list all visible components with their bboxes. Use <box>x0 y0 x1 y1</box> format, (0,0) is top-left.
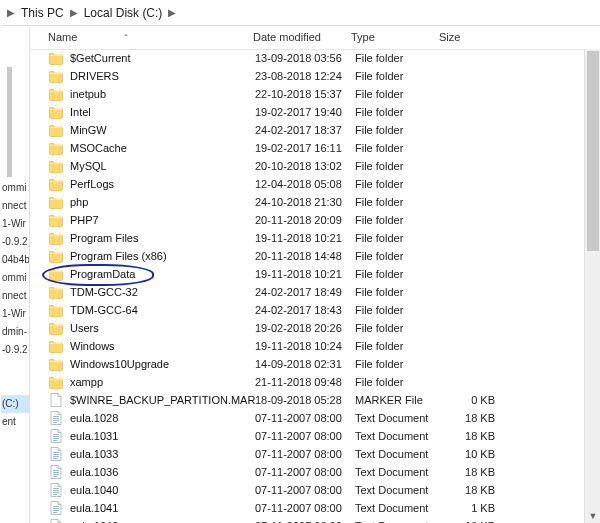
table-row[interactable]: Intel19-02-2017 19:40File folder <box>30 103 600 121</box>
column-header-size[interactable]: Size <box>439 31 497 43</box>
table-row[interactable]: eula.104007-11-2007 08:00Text Document18… <box>30 481 600 499</box>
table-row[interactable]: eula.103307-11-2007 08:00Text Document10… <box>30 445 600 463</box>
file-type: Text Document <box>355 427 441 445</box>
breadcrumb-item[interactable]: Local Disk (C:) <box>84 1 163 25</box>
file-name: eula.1041 <box>70 499 255 517</box>
file-size: 10 KB <box>441 445 499 463</box>
table-row[interactable]: MSOCache19-02-2017 16:11File folder <box>30 139 600 157</box>
navpane-item[interactable]: 1-Wir <box>1 215 29 233</box>
table-row[interactable]: Windows10Upgrade14-09-2018 02:31File fol… <box>30 355 600 373</box>
file-name: MSOCache <box>70 139 255 157</box>
navpane-item[interactable] <box>1 35 29 53</box>
navpane-item[interactable] <box>1 359 29 377</box>
scroll-down-icon[interactable]: ▼ <box>585 508 600 523</box>
file-date: 19-02-2017 16:11 <box>255 139 355 157</box>
file-name: eula.1028 <box>70 409 255 427</box>
file-name: TDM-GCC-64 <box>70 301 255 319</box>
table-row[interactable]: MySQL20-10-2018 13:02File folder <box>30 157 600 175</box>
file-date: 22-10-2018 15:37 <box>255 85 355 103</box>
folder-icon <box>48 140 64 156</box>
navpane-item[interactable]: 04b4b <box>1 251 29 269</box>
navpane-item[interactable]: ommi <box>1 179 29 197</box>
folder-icon <box>48 284 64 300</box>
column-label: Name <box>48 31 77 43</box>
file-type: Text Document <box>355 409 441 427</box>
vertical-scrollbar[interactable]: ▲ ▼ <box>584 49 600 523</box>
file-name: Program Files <box>70 229 255 247</box>
folder-icon <box>48 86 64 102</box>
table-row[interactable]: php24-10-2018 21:30File folder <box>30 193 600 211</box>
navigation-pane[interactable]: omminnect1-Wir-0.9.204b4bomminnect1-Wird… <box>1 25 30 523</box>
folder-icon <box>48 356 64 372</box>
file-date: 07-11-2007 08:00 <box>255 499 355 517</box>
navpane-item[interactable]: 1-Wir <box>1 305 29 323</box>
file-size: 18 KB <box>441 427 499 445</box>
file-size: 18 KB <box>441 481 499 499</box>
table-row[interactable]: PerfLogs12-04-2018 05:08File folder <box>30 175 600 193</box>
scrollbar-thumb[interactable] <box>587 51 599 251</box>
navpane-item[interactable]: dmin- <box>1 323 29 341</box>
file-date: 23-08-2018 12:24 <box>255 67 355 85</box>
folder-icon <box>48 50 64 66</box>
file-date: 21-11-2018 09:48 <box>255 373 355 391</box>
navpane-item[interactable]: -0.9.2 <box>1 233 29 251</box>
table-row[interactable]: Windows19-11-2018 10:24File folder <box>30 337 600 355</box>
chevron-right-icon: ▶ <box>70 1 78 25</box>
table-row[interactable]: $GetCurrent13-09-2018 03:56File folder <box>30 49 600 67</box>
table-row[interactable]: TDM-GCC-6424-02-2017 18:43File folder <box>30 301 600 319</box>
column-header-type[interactable]: Type <box>351 31 439 43</box>
navpane-item[interactable] <box>1 377 29 395</box>
column-headers: Name ˆ Date modified Type Size <box>30 25 600 50</box>
breadcrumb[interactable]: ▶ This PC ▶ Local Disk (C:) ▶ <box>1 1 600 26</box>
navpane-item[interactable] <box>1 107 29 125</box>
file-type: File folder <box>355 355 441 373</box>
navpane-item[interactable]: ent <box>1 413 29 431</box>
table-row[interactable]: inetpub22-10-2018 15:37File folder <box>30 85 600 103</box>
table-row[interactable]: eula.103607-11-2007 08:00Text Document18… <box>30 463 600 481</box>
folder-icon <box>48 176 64 192</box>
breadcrumb-item[interactable]: This PC <box>21 1 64 25</box>
file-type: File folder <box>355 49 441 67</box>
table-row[interactable]: $WINRE_BACKUP_PARTITION.MARKER18-09-2018… <box>30 391 600 409</box>
file-list: Name ˆ Date modified Type Size $GetCurre… <box>30 25 600 523</box>
navpane-item[interactable] <box>1 125 29 143</box>
file-name: $GetCurrent <box>70 49 255 67</box>
navpane-item[interactable]: nnect <box>1 287 29 305</box>
navpane-item[interactable]: nnect <box>1 197 29 215</box>
table-row[interactable]: ProgramData19-11-2018 10:21File folder <box>30 265 600 283</box>
file-name: php <box>70 193 255 211</box>
table-row[interactable]: Program Files19-11-2018 10:21File folder <box>30 229 600 247</box>
column-header-date[interactable]: Date modified <box>253 31 351 43</box>
navpane-item[interactable] <box>1 71 29 89</box>
navpane-item[interactable] <box>1 53 29 71</box>
navpane-item[interactable] <box>1 89 29 107</box>
table-row[interactable]: eula.104107-11-2007 08:00Text Document1 … <box>30 499 600 517</box>
file-type: File folder <box>355 301 441 319</box>
folder-icon <box>48 68 64 84</box>
navpane-item[interactable]: (C:) <box>1 395 29 413</box>
table-row[interactable]: eula.102807-11-2007 08:00Text Document18… <box>30 409 600 427</box>
table-row[interactable]: Program Files (x86)20-11-2018 14:48File … <box>30 247 600 265</box>
file-date: 13-09-2018 03:56 <box>255 49 355 67</box>
navpane-item[interactable] <box>1 161 29 179</box>
file-name: $WINRE_BACKUP_PARTITION.MARKER <box>70 391 255 409</box>
table-row[interactable]: PHP720-11-2018 20:09File folder <box>30 211 600 229</box>
table-row[interactable]: DRIVERS23-08-2018 12:24File folder <box>30 67 600 85</box>
file-type: File folder <box>355 247 441 265</box>
table-row[interactable]: eula.104207-11-2007 08:00Text Document18… <box>30 517 600 523</box>
navpane-item[interactable]: ommi <box>1 269 29 287</box>
table-row[interactable]: Users19-02-2018 20:26File folder <box>30 319 600 337</box>
column-header-name[interactable]: Name ˆ <box>48 31 253 43</box>
table-row[interactable]: MinGW24-02-2017 18:37File folder <box>30 121 600 139</box>
table-row[interactable]: TDM-GCC-3224-02-2017 18:49File folder <box>30 283 600 301</box>
text-file-icon <box>48 410 64 426</box>
table-row[interactable]: eula.103107-11-2007 08:00Text Document18… <box>30 427 600 445</box>
chevron-right-icon: ▶ <box>168 1 176 25</box>
file-size: 1 KB <box>441 499 499 517</box>
file-type: File folder <box>355 157 441 175</box>
navpane-item[interactable]: -0.9.2 <box>1 341 29 359</box>
navpane-item[interactable] <box>1 143 29 161</box>
file-type: Text Document <box>355 445 441 463</box>
table-row[interactable]: xampp21-11-2018 09:48File folder <box>30 373 600 391</box>
navpane-scrollbar-thumb[interactable] <box>7 67 12 177</box>
